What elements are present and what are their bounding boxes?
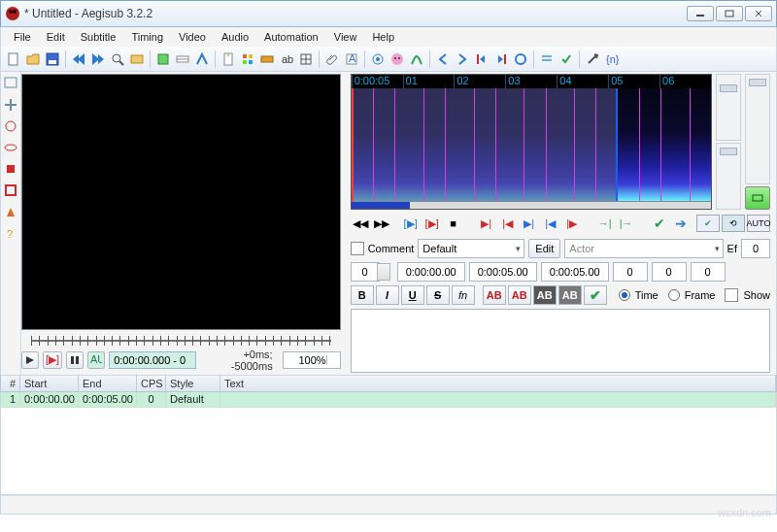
play-after-end-icon[interactable]: |◀ [541, 215, 560, 232]
bold-button[interactable]: B [351, 285, 374, 305]
audio-spectrogram[interactable]: 0:00:05010203040506 [351, 74, 712, 210]
primary-color-button[interactable]: AB [483, 285, 506, 305]
open-file-icon[interactable] [24, 50, 42, 68]
video-display[interactable] [21, 74, 340, 330]
go-icon[interactable]: ➔ [671, 215, 691, 232]
start-time-field[interactable]: 0:00:00.00 [397, 262, 465, 282]
time-radio[interactable] [619, 289, 630, 301]
style-dropdown[interactable]: Default [418, 239, 524, 258]
menu-help[interactable]: Help [365, 29, 401, 45]
style-manager-icon[interactable] [239, 50, 256, 68]
menu-video[interactable]: Video [172, 29, 213, 45]
play-before-start-icon[interactable]: ▶| [477, 215, 496, 232]
open-video-icon[interactable] [128, 50, 146, 68]
clip-tool-icon[interactable] [3, 183, 18, 198]
volume-slider[interactable] [745, 74, 770, 184]
play-line-button[interactable]: [▶] [43, 351, 62, 369]
jump-video-end-icon[interactable] [89, 50, 107, 68]
next-line-icon[interactable]: ▶▶ [372, 215, 391, 232]
new-file-icon[interactable] [5, 50, 22, 68]
assdraw-icon[interactable] [408, 50, 425, 68]
drag-tool-icon[interactable] [3, 97, 18, 113]
prev-line-icon[interactable]: ◀◀ [351, 215, 370, 232]
video-zoom-dropdown[interactable]: 100% [283, 351, 341, 369]
edit-style-button[interactable]: Edit [528, 239, 560, 258]
fonts-collector-icon[interactable]: A [343, 50, 360, 68]
snap-end-icon[interactable] [492, 50, 510, 68]
rotate-xy-icon[interactable] [3, 140, 18, 155]
col-number[interactable]: # [1, 376, 20, 391]
menu-audio[interactable]: Audio [215, 29, 255, 45]
auto-scroll-toggle[interactable]: AUTO [747, 215, 770, 232]
video-position-field[interactable]: 0:00:00.000 - 0 [109, 351, 196, 369]
outline-color-button[interactable]: AB [533, 285, 557, 305]
play-selection-icon[interactable]: [▶] [401, 215, 421, 232]
jump-video-start-icon[interactable] [70, 50, 87, 68]
font-collector-icon[interactable]: ab [278, 50, 295, 68]
video-seek-slider[interactable] [21, 332, 340, 349]
rotate-z-icon[interactable] [3, 118, 18, 134]
menu-edit[interactable]: Edit [40, 29, 72, 45]
scale-tool-icon[interactable] [3, 161, 18, 177]
grid-row[interactable]: 1 0:00:00.00 0:00:05.00 0 Default [0, 392, 777, 408]
shadow-color-button[interactable]: AB [558, 285, 582, 305]
layer-field[interactable]: 0 [351, 262, 380, 282]
margin-vert-field[interactable]: 0 [691, 262, 726, 282]
actor-dropdown[interactable]: Actor [564, 239, 723, 258]
col-start[interactable]: Start [20, 376, 79, 391]
select-lines-icon[interactable] [538, 50, 556, 68]
maximize-button[interactable] [716, 6, 743, 21]
save-file-icon[interactable] [44, 50, 61, 68]
automation-icon[interactable] [369, 50, 387, 68]
style-editor-icon[interactable] [258, 50, 276, 68]
zoom-icon[interactable] [109, 50, 126, 68]
help-icon[interactable]: ? [3, 225, 18, 241]
commit-check-icon[interactable]: ✔ [650, 215, 669, 232]
col-text[interactable]: Text [220, 376, 776, 391]
lead-out-icon[interactable]: |→ [617, 215, 636, 232]
snap-start-icon[interactable] [473, 50, 490, 68]
stop-icon[interactable]: ■ [444, 215, 463, 232]
horizontal-zoom-slider[interactable] [716, 74, 741, 141]
menu-timing[interactable]: Timing [124, 29, 170, 45]
commit-text-button[interactable]: ✔ [584, 285, 607, 305]
properties-icon[interactable] [220, 50, 237, 68]
end-time-field[interactable]: 0:00:05.00 [469, 262, 537, 282]
menu-subtitle[interactable]: Subtitle [74, 29, 123, 45]
font-button[interactable]: fn [452, 285, 475, 305]
subtitle-text-input[interactable] [351, 309, 770, 373]
margin-right-field[interactable]: 0 [652, 262, 687, 282]
col-end[interactable]: End [79, 376, 137, 391]
strike-button[interactable]: S [426, 285, 450, 305]
standard-tool-icon[interactable] [3, 76, 18, 91]
close-button[interactable] [745, 6, 772, 21]
options-icon[interactable] [584, 50, 601, 68]
play-after-start-icon[interactable]: |◀ [498, 215, 518, 232]
show-original-checkbox[interactable] [725, 288, 738, 302]
minimize-button[interactable] [687, 6, 714, 21]
auto-commit-toggle[interactable]: ✔ [696, 215, 720, 232]
lead-in-icon[interactable]: →| [595, 215, 615, 232]
grid-body[interactable] [0, 408, 777, 495]
effect-field[interactable]: 0 [741, 239, 770, 258]
col-style[interactable]: Style [166, 376, 220, 391]
menu-file[interactable]: File [7, 29, 38, 45]
snap-scene-icon[interactable] [512, 50, 529, 68]
pause-button[interactable] [66, 351, 84, 369]
resample-icon[interactable] [297, 50, 315, 68]
vertical-zoom-slider[interactable] [716, 143, 741, 210]
duration-field[interactable]: 0:00:05.00 [541, 262, 609, 282]
translation-assistant-icon[interactable] [193, 50, 211, 68]
auto-next-toggle[interactable]: ⟲ [722, 215, 745, 232]
secondary-color-button[interactable]: AB [508, 285, 531, 305]
menu-view[interactable]: View [327, 29, 364, 45]
col-cps[interactable]: CPS [137, 376, 166, 391]
audio-scrollbar[interactable] [352, 201, 711, 209]
play-before-end-icon[interactable]: ▶| [520, 215, 539, 232]
shift-times-icon[interactable] [154, 50, 172, 68]
autoscroll-button[interactable]: AUTO [87, 351, 105, 369]
play-to-end-icon[interactable]: |▶ [562, 215, 582, 232]
spectrum-icon[interactable] [388, 50, 406, 68]
attachments-icon[interactable] [323, 50, 341, 68]
cycle-icon[interactable]: {n} [603, 50, 621, 68]
